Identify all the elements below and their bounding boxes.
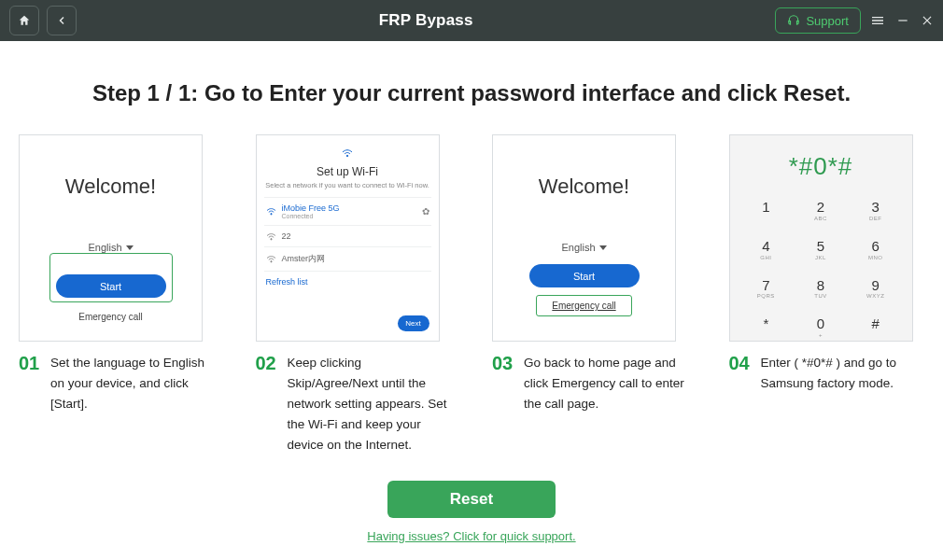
keypad-key: 9WXYZ (860, 278, 891, 301)
mock-wifi-row: Amster内网 (264, 246, 431, 271)
step-3-mock: Welcome! English Start Emergency call (492, 134, 676, 342)
mock-start-button: Start (56, 274, 166, 298)
mock-start-button: Start (529, 264, 640, 287)
mock-language-selector: English (561, 242, 606, 253)
titlebar: FRP Bypass Support (0, 0, 943, 41)
step-3: Welcome! English Start Emergency call 03… (492, 134, 688, 455)
keypad-key: 5JKL (806, 239, 837, 261)
minimize-button[interactable] (896, 14, 909, 27)
step-2-mock: Set up Wi-Fi Select a network if you wan… (256, 134, 440, 342)
svg-point-0 (346, 155, 348, 157)
mock-wifi-title: Set up Wi-Fi (264, 165, 431, 178)
step-1-mock: Welcome! English Start Emergency call (19, 134, 203, 342)
reset-button[interactable]: Reset (387, 481, 556, 518)
menu-icon (870, 13, 885, 28)
step-caption-text: Go back to home page and click Emergency… (524, 353, 688, 414)
wifi-signal-icon (266, 255, 276, 263)
dropdown-caret-icon (599, 245, 607, 250)
step-4-caption: 04 Enter ( *#0*# ) and go to Samsung fac… (729, 353, 925, 394)
wifi-signal-icon (266, 207, 276, 216)
mock-wifi-subtitle: Select a network if you want to connect … (264, 181, 431, 189)
keypad-key: 1 (751, 200, 781, 222)
main: Step 1 / 1: Go to Enter your current pas… (0, 41, 943, 560)
keypad-key: 6MNO (860, 239, 891, 261)
close-button[interactable] (921, 14, 934, 27)
step-2-caption: 02 Keep clicking Skip/Agree/Next until t… (256, 353, 452, 455)
menu-button[interactable] (870, 13, 885, 28)
step-3-caption: 03 Go back to home page and click Emerge… (492, 353, 688, 414)
step-title: Step 1 / 1: Go to Enter your current pas… (19, 80, 924, 106)
keypad-key: # (860, 316, 891, 339)
dropdown-caret-icon (126, 245, 134, 250)
step-1: Welcome! English Start Emergency call 01… (19, 134, 215, 455)
step-caption-text: Enter ( *#0*# ) and go to Samsung factor… (761, 353, 925, 394)
titlebar-right: Support (775, 7, 934, 34)
close-icon (921, 14, 934, 27)
step-cards-row: Welcome! English Start Emergency call 01… (19, 134, 924, 455)
home-icon (18, 14, 31, 27)
step-number: 03 (492, 353, 516, 414)
titlebar-left (9, 6, 77, 35)
step-caption-text: Keep clicking Skip/Agree/Next until the … (288, 353, 452, 455)
mock-wifi-row: 22 (264, 225, 431, 246)
mock-emergency-highlight: Emergency call (536, 295, 631, 316)
wifi-icon (264, 148, 431, 160)
minimize-icon (896, 14, 909, 27)
mock-dialer-display: *#0*# (789, 152, 853, 181)
support-link[interactable]: Having issues? Click for quick support. (367, 529, 575, 543)
step-1-caption: 01 Set the language to English on your d… (19, 353, 215, 414)
headset-icon (787, 14, 800, 27)
mock-start-highlight: Start (49, 253, 173, 302)
svg-point-2 (270, 238, 271, 239)
step-4: *#0*# 12ABC3DEF4GHI5JKL6MNO7PQRS8TUV9WXY… (729, 134, 925, 455)
keypad-key: * (751, 316, 781, 339)
gear-icon: ✿ (422, 206, 429, 217)
mock-emergency-text: Emergency call (552, 301, 615, 311)
keypad-key: 3DEF (860, 200, 891, 222)
footer: Reset Having issues? Click for quick sup… (19, 481, 924, 543)
keypad-key: 2ABC (806, 200, 837, 222)
step-caption-text: Set the language to English on your devi… (50, 353, 215, 414)
step-number: 04 (729, 353, 753, 394)
support-button[interactable]: Support (775, 7, 861, 34)
keypad-key: 4GHI (751, 239, 781, 261)
window-title: FRP Bypass (379, 11, 473, 30)
home-button[interactable] (9, 6, 39, 35)
window-controls (870, 13, 934, 28)
step-number: 01 (19, 353, 43, 414)
svg-point-1 (270, 214, 271, 215)
keypad-key: 0+ (806, 316, 837, 339)
mock-next-button: Next (398, 315, 429, 331)
step-4-mock: *#0*# 12ABC3DEF4GHI5JKL6MNO7PQRS8TUV9WXY… (729, 134, 913, 342)
back-button[interactable] (47, 6, 77, 35)
mock-language-selector: English (88, 242, 133, 253)
svg-point-3 (270, 261, 271, 262)
support-label: Support (806, 14, 849, 28)
mock-wifi-row: iMobie Free 5G Connected ✿ (264, 197, 431, 225)
mock-keypad: 12ABC3DEF4GHI5JKL6MNO7PQRS8TUV9WXYZ*0+# (751, 200, 891, 339)
mock-welcome-title: Welcome! (65, 175, 156, 199)
chevron-left-icon (56, 15, 67, 26)
mock-emergency-text: Emergency call (78, 312, 142, 322)
step-2: Set up Wi-Fi Select a network if you wan… (256, 134, 452, 455)
keypad-key: 8TUV (806, 278, 837, 301)
mock-welcome-title: Welcome! (539, 175, 629, 199)
wifi-signal-icon (266, 232, 276, 241)
step-number: 02 (256, 353, 280, 455)
mock-refresh-list: Refresh list (264, 271, 431, 292)
keypad-key: 7PQRS (751, 278, 781, 301)
